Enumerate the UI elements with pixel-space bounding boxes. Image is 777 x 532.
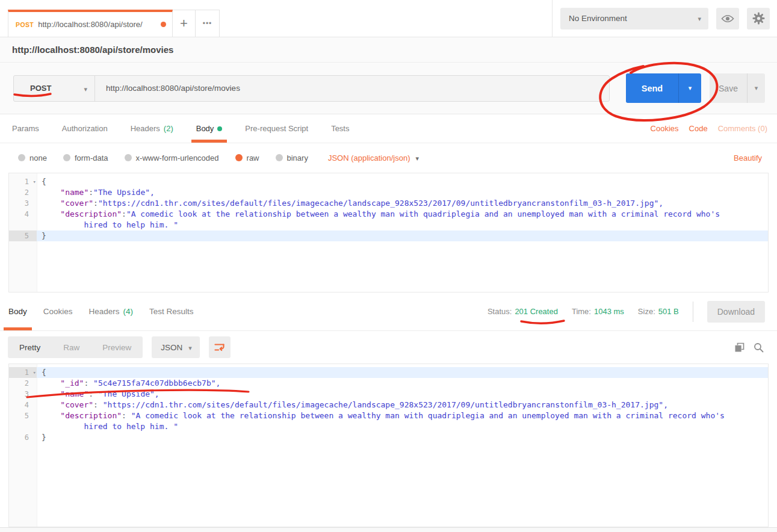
unsaved-indicator-dot	[161, 22, 166, 27]
radio-none[interactable]: none	[18, 153, 47, 162]
radio-raw[interactable]: raw	[235, 153, 259, 162]
settings-button[interactable]	[747, 8, 770, 29]
cookies-link[interactable]: Cookies	[651, 124, 679, 133]
environment-quicklook-button[interactable]	[716, 8, 739, 29]
radio-none-label: none	[29, 153, 47, 162]
content-type-selector[interactable]: JSON (application/json)	[328, 153, 419, 162]
code-line[interactable]: 5 "description": "A comedic look at the …	[9, 410, 768, 421]
tab-method-label: POST	[16, 21, 34, 28]
request-body-editor[interactable]: 1▾{2 "name":"The Upside",3 "cover":"http…	[8, 173, 769, 292]
radio-raw-label: raw	[247, 153, 259, 162]
line-number	[9, 220, 37, 230]
app-header: POST http://localhost:8080/api/store/ + …	[0, 0, 777, 37]
eye-icon	[721, 14, 734, 23]
code-line[interactable]: hired to help him. "	[9, 421, 768, 432]
search-button[interactable]	[754, 342, 764, 353]
code-token: :	[122, 209, 126, 218]
response-tab-headers[interactable]: Headers (4)	[89, 292, 134, 330]
environment-selector[interactable]: No Environment	[560, 8, 708, 29]
new-tab-button[interactable]: +	[173, 10, 196, 37]
code-line[interactable]: 1▾{	[9, 367, 768, 378]
code-content: "_id": "5c4e715fa74c07dbbb6ecb7b",	[37, 378, 768, 389]
code-line[interactable]: 4 "description":"A comedic look at the r…	[9, 209, 768, 220]
code-token: {	[42, 177, 46, 186]
code-token: hired to help him. "	[84, 422, 178, 431]
code-line[interactable]: 4 "cover": "https://cdn1.thr.com/sites/d…	[9, 400, 768, 410]
tab-prerequest-script[interactable]: Pre-request Script	[245, 114, 308, 143]
method-selector[interactable]: POST	[14, 76, 95, 101]
url-value: http://localhost:8080/api/store/movies	[106, 84, 240, 93]
response-format-selector[interactable]: JSON	[152, 336, 200, 358]
line-number: 2	[9, 187, 37, 198]
radio-binary[interactable]: binary	[276, 153, 308, 162]
view-pretty[interactable]: Pretty	[8, 336, 52, 358]
comments-link[interactable]: Comments (0)	[718, 124, 767, 133]
bottom-scrollbar-track[interactable]	[0, 527, 777, 532]
response-meta-bar: Body Cookies Headers (4) Test Results St…	[0, 292, 777, 331]
response-tab-cookies[interactable]: Cookies	[43, 292, 73, 330]
code-line[interactable]: 5}	[9, 230, 768, 241]
response-tab-body[interactable]: Body	[8, 292, 27, 330]
fold-icon[interactable]: ▾	[33, 367, 36, 378]
view-preview[interactable]: Preview	[91, 336, 143, 358]
code-line[interactable]: 2 "name":"The Upside",	[9, 187, 768, 198]
tab-tests[interactable]: Tests	[331, 114, 349, 143]
code-line[interactable]: hired to help him. "	[9, 220, 768, 230]
response-view-switch: Pretty Raw Preview	[8, 336, 143, 358]
radio-urlencoded-label: x-www-form-urlencoded	[136, 153, 219, 162]
code-content: "description": "A comedic look at the re…	[37, 410, 768, 421]
request-tab[interactable]: POST http://localhost:8080/api/store/	[8, 10, 173, 37]
code-line[interactable]: 3 "cover":"https://cdn1.thr.com/sites/de…	[9, 198, 768, 209]
code-line[interactable]: 1▾{	[9, 176, 768, 187]
view-raw[interactable]: Raw	[52, 336, 91, 358]
line-number: 1▾	[9, 367, 37, 378]
code-token: {	[42, 368, 46, 377]
code-token: "https://cdn1.thr.com/sites/default/file…	[103, 400, 668, 409]
send-options-button[interactable]	[678, 73, 701, 103]
tab-body[interactable]: Body	[196, 114, 223, 143]
code-content: }	[37, 230, 768, 241]
request-tab-links: Cookies Code Comments (0)	[651, 124, 767, 133]
size-label: Size:	[638, 307, 655, 316]
chevron-down-icon	[188, 343, 192, 352]
code-line[interactable]: 2 "_id": "5c4e715fa74c07dbbb6ecb7b",	[9, 378, 768, 389]
wrap-text-button[interactable]	[209, 336, 231, 358]
save-options-button[interactable]	[747, 73, 765, 103]
headers-count-badge: (2)	[164, 124, 173, 133]
response-code-lines: 1▾{2 "_id": "5c4e715fa74c07dbbb6ecb7b",3…	[9, 364, 768, 443]
send-button[interactable]: Send	[626, 73, 678, 103]
beautify-link[interactable]: Beautify	[734, 153, 762, 162]
tab-body-label: Body	[196, 124, 214, 133]
line-number: 4	[9, 400, 37, 410]
body-type-row: none form-data x-www-form-urlencoded raw…	[0, 143, 777, 172]
code-line[interactable]: 6}	[9, 432, 768, 443]
time-value: 1043 ms	[594, 307, 624, 316]
code-line[interactable]: 3 "name": "The Upside",	[9, 389, 768, 400]
tab-options-button[interactable]: •••	[196, 10, 220, 37]
save-split-button: Save	[710, 73, 765, 103]
radio-form-data[interactable]: form-data	[63, 153, 108, 162]
tab-headers[interactable]: Headers (2)	[131, 114, 173, 143]
response-tab-test-results[interactable]: Test Results	[149, 292, 194, 330]
status-value: 201 Created	[515, 307, 558, 316]
copy-button[interactable]	[734, 342, 744, 353]
line-number: 6	[9, 432, 37, 443]
fold-icon[interactable]: ▾	[33, 176, 36, 187]
response-body-editor[interactable]: 1▾{2 "_id": "5c4e715fa74c07dbbb6ecb7b",3…	[8, 363, 769, 527]
radio-icon	[276, 154, 283, 161]
url-input[interactable]: http://localhost:8080/api/store/movies	[95, 76, 609, 101]
code-token: :	[84, 379, 93, 388]
download-button[interactable]: Download	[707, 301, 765, 323]
code-token	[42, 188, 60, 197]
radio-urlencoded[interactable]: x-www-form-urlencoded	[125, 153, 219, 162]
code-token: :	[122, 411, 131, 420]
tab-authorization[interactable]: Authorization	[62, 114, 108, 143]
code-token	[42, 411, 60, 420]
code-link[interactable]: Code	[689, 124, 708, 133]
code-content: "description":"A comedic look at the rel…	[37, 209, 768, 220]
code-token: "name"	[60, 188, 88, 197]
tab-headers-label: Headers	[131, 124, 160, 133]
save-button[interactable]: Save	[710, 73, 747, 103]
time-stat: Time:1043 ms	[572, 307, 624, 316]
tab-params[interactable]: Params	[12, 114, 39, 143]
